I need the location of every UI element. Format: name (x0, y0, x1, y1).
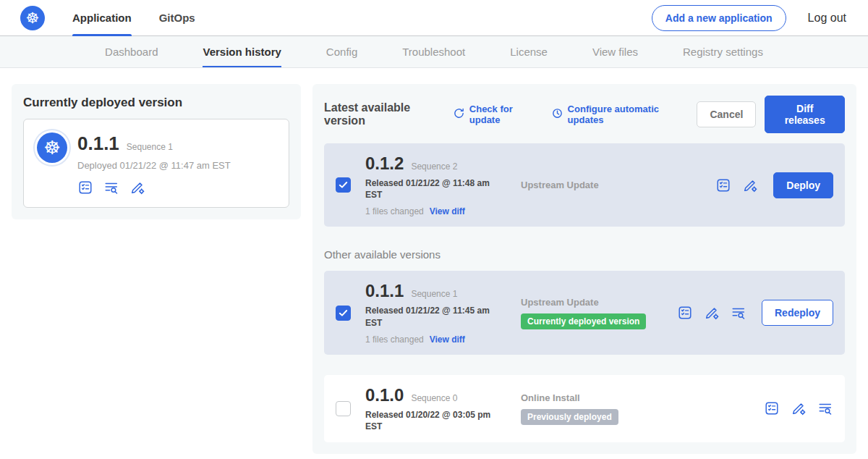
latest-available-title: Latest available version (324, 101, 441, 127)
version-checkbox[interactable] (336, 177, 351, 193)
kubernetes-logo-icon: ☸ (20, 6, 45, 30)
release-notes-icon[interactable] (77, 180, 93, 195)
version-row: 0.1.0 Sequence 0 Released 01/20/22 @ 03:… (324, 375, 845, 442)
app-subnav: Dashboard Version history Config Trouble… (0, 36, 868, 68)
subnav-label: Troubleshoot (402, 46, 465, 58)
cancel-button[interactable]: Cancel (697, 101, 756, 127)
sequence-label: Sequence 0 (411, 393, 457, 403)
files-changed-label: 1 files changed (365, 206, 424, 216)
nav-tab-gitops[interactable]: GitOps (159, 0, 195, 36)
redeploy-button[interactable]: Redeploy (762, 300, 833, 326)
top-navbar: ☸ Application GitOps Add a new applicati… (0, 0, 868, 36)
refresh-icon (453, 107, 465, 122)
deployed-sequence-label: Sequence 1 (127, 142, 173, 152)
version-number: 0.1.1 (365, 281, 404, 301)
deployed-version-card: ☸ 0.1.1 Sequence 1 Deployed 01/21/22 @ 1… (23, 119, 289, 208)
release-notes-icon[interactable] (715, 177, 731, 193)
add-new-application-button[interactable]: Add a new application (652, 5, 786, 31)
currently-deployed-panel: Currently deployed version ☸ 0.1.1 Seque… (12, 84, 301, 219)
nav-tab-application[interactable]: Application (72, 0, 132, 36)
release-notes-icon[interactable] (677, 305, 693, 321)
version-row: 0.1.2 Sequence 2 Released 01/21/22 @ 11:… (324, 143, 845, 227)
released-timestamp: Released 01/21/22 @ 11:48 am EST (365, 177, 497, 201)
subnav-label: Dashboard (105, 46, 158, 58)
released-timestamp: Released 01/20/22 @ 03:05 pm EST (365, 409, 497, 432)
version-history-panel: Latest available version Check for updat… (312, 84, 856, 454)
subnav-item-config[interactable]: Config (326, 36, 357, 67)
configure-automatic-updates-label: Configure automatic updates (568, 104, 683, 125)
config-icon[interactable] (742, 177, 758, 193)
config-icon[interactable] (791, 400, 807, 416)
version-number: 0.1.2 (365, 153, 404, 174)
release-notes-icon[interactable] (764, 400, 780, 416)
deployed-version-number: 0.1.1 (77, 132, 119, 155)
subnav-item-troubleshoot[interactable]: Troubleshoot (402, 36, 465, 67)
view-diff-link[interactable]: View diff (430, 334, 465, 345)
version-row: 0.1.1 Sequence 1 Released 01/21/22 @ 11:… (324, 271, 845, 354)
subnav-item-dashboard[interactable]: Dashboard (105, 36, 158, 67)
nav-tab-gitops-label: GitOps (159, 12, 195, 24)
version-checkbox[interactable] (336, 401, 351, 416)
sequence-label: Sequence 1 (411, 289, 457, 299)
deploy-logs-icon[interactable] (731, 305, 746, 321)
nav-tab-application-label: Application (72, 12, 132, 24)
subnav-label: Registry settings (683, 46, 763, 58)
check-for-update-label: Check for update (469, 104, 537, 125)
clock-icon (551, 107, 563, 122)
app-icon: ☸ (37, 132, 67, 163)
subnav-item-view-files[interactable]: View files (592, 36, 638, 67)
subnav-label: Config (326, 46, 357, 58)
subnav-label: License (510, 46, 548, 58)
version-source: Upstream Update (521, 297, 677, 308)
subnav-item-registry-settings[interactable]: Registry settings (683, 36, 763, 67)
deploy-logs-icon[interactable] (817, 400, 833, 416)
deployed-timestamp: Deployed 01/21/22 @ 11:47 am EST (77, 160, 231, 171)
main-content: Currently deployed version ☸ 0.1.1 Seque… (0, 68, 868, 454)
logout-link[interactable]: Log out (808, 12, 846, 25)
version-number: 0.1.0 (365, 385, 404, 405)
version-source: Online Install (521, 392, 764, 403)
currently-deployed-badge: Currently deployed version (521, 313, 646, 329)
configure-automatic-updates-link[interactable]: Configure automatic updates (551, 104, 683, 125)
diff-releases-button[interactable]: Diff releases (765, 96, 845, 133)
config-icon[interactable] (704, 305, 720, 321)
versions-header: Latest available version Check for updat… (324, 96, 845, 133)
version-source: Upstream Update (521, 180, 715, 190)
sequence-label: Sequence 2 (411, 161, 457, 172)
released-timestamp: Released 01/21/22 @ 11:45 am EST (365, 305, 497, 328)
deploy-button[interactable]: Deploy (773, 172, 833, 198)
config-icon[interactable] (129, 180, 145, 195)
view-diff-link[interactable]: View diff (430, 206, 465, 216)
currently-deployed-title: Currently deployed version (23, 96, 289, 110)
subnav-label: View files (592, 46, 638, 58)
deploy-logs-icon[interactable] (103, 180, 119, 195)
check-for-update-link[interactable]: Check for update (453, 104, 537, 125)
version-checkbox[interactable] (336, 306, 351, 321)
subnav-item-license[interactable]: License (510, 36, 548, 67)
subnav-label: Version history (203, 46, 281, 58)
previously-deployed-badge: Previously deployed (521, 409, 618, 425)
other-available-versions-title: Other available versions (324, 248, 845, 261)
files-changed-label: 1 files changed (365, 334, 424, 345)
subnav-item-version-history[interactable]: Version history (203, 36, 281, 67)
